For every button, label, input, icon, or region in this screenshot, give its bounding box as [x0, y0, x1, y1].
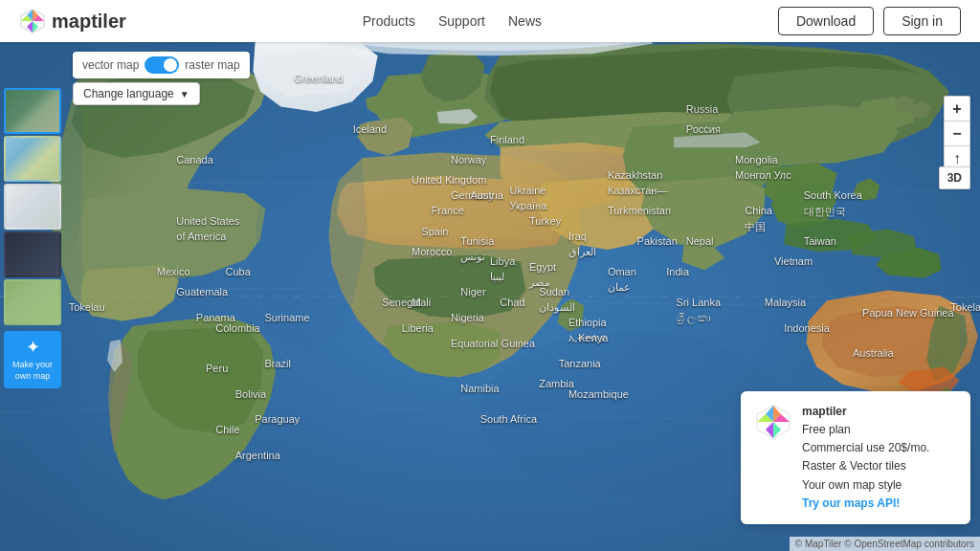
map-attribution: © MapTiler © OpenStreetMap contributors	[790, 537, 980, 551]
thumbnail-light[interactable]	[4, 184, 61, 230]
maptiler-brand: maptiler	[802, 405, 847, 418]
thumbnail-topo[interactable]	[4, 136, 61, 182]
info-card-text: maptiler Free plan Commercial use 20$/mo…	[802, 403, 929, 513]
map-style-thumbnails: ✦ Make yourown map	[0, 84, 65, 551]
raster-map-label: raster map	[185, 58, 239, 72]
logo-icon	[19, 8, 46, 34]
commercial-label: Commercial use 20$/mo.	[802, 441, 929, 454]
signin-button[interactable]: Sign in	[883, 7, 961, 35]
main-nav: Products Support News	[363, 13, 542, 29]
info-card: maptiler Free plan Commercial use 20$/mo…	[741, 391, 970, 524]
make-own-map-button[interactable]: ✦ Make yourown map	[4, 331, 61, 388]
change-language-label: Change language	[83, 87, 174, 100]
api-link[interactable]: Try our maps API!	[802, 496, 900, 510]
zoom-in-button[interactable]: +	[945, 97, 969, 121]
make-own-map-label: Make yourown map	[12, 360, 53, 382]
nav-news[interactable]: News	[508, 13, 542, 29]
thumbnail-dark[interactable]	[4, 231, 61, 277]
nav-products[interactable]: Products	[363, 13, 415, 29]
logo-text-normal: map	[52, 11, 91, 32]
logo-text: maptiler	[52, 11, 126, 33]
map-type-toggle[interactable]: vector map raster map	[73, 52, 250, 78]
change-language-button[interactable]: Change language ▼	[73, 82, 200, 105]
maptiler-logo-small	[754, 403, 792, 441]
logo[interactable]: maptiler	[19, 8, 126, 34]
download-button[interactable]: Download	[778, 7, 874, 35]
zoom-out-button[interactable]: −	[945, 121, 969, 146]
diamond-icon: ✦	[26, 337, 40, 358]
vector-map-label: vector map	[82, 58, 139, 72]
nav-support[interactable]: Support	[438, 13, 485, 29]
plan-label: Free plan	[802, 423, 851, 436]
thumbnail-terrain[interactable]	[4, 279, 61, 325]
3d-button[interactable]: 3D	[939, 166, 970, 189]
zoom-controls: + − ↑	[944, 96, 970, 172]
header: maptiler Products Support News Download …	[0, 0, 980, 42]
thumbnail-satellite[interactable]	[4, 88, 61, 134]
features1-label: Raster & Vector tiles	[802, 459, 906, 473]
toggle-switch[interactable]	[145, 56, 179, 74]
map-type-panel: vector map raster map Change language ▼	[73, 52, 250, 105]
map-container[interactable]: GreenlandIcelandCanadaRussiaРоссияNorway…	[0, 42, 980, 551]
chevron-down-icon: ▼	[180, 89, 189, 99]
logo-text-bold: tiler	[91, 11, 126, 32]
nav-actions: Download Sign in	[778, 7, 961, 35]
features2-label: Your own map style	[802, 478, 902, 492]
